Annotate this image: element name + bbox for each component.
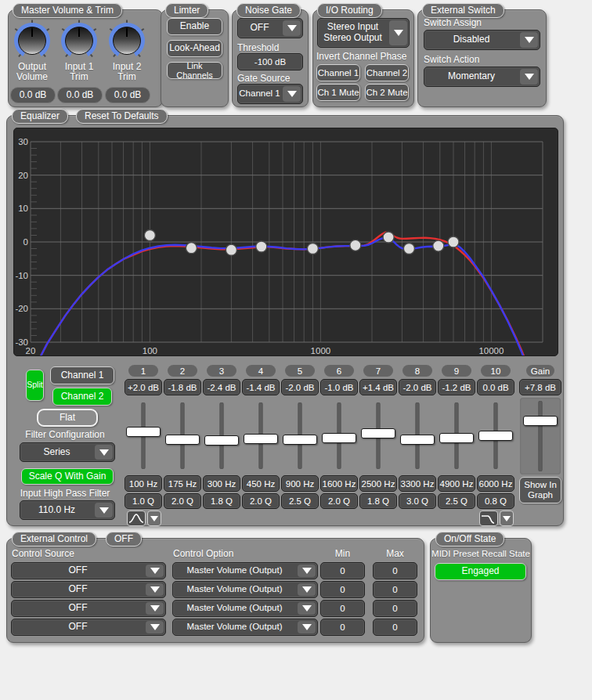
invert-phase-channel1-button[interactable]: Channel 1 [316, 64, 360, 81]
band-gain-value[interactable]: -1.4 dB [242, 379, 280, 395]
limiter-enable-button[interactable]: Enable [167, 18, 222, 35]
control-source-select[interactable]: OFF [11, 600, 166, 617]
band-gain-value[interactable]: -2.0 dB [281, 379, 319, 395]
control-source-select[interactable]: OFF [11, 581, 166, 598]
band-gain-value[interactable]: +2.0 dB [125, 379, 162, 395]
band-filter-shape-select[interactable] [127, 511, 161, 526]
slider-handle[interactable] [244, 434, 278, 444]
band-frequency[interactable]: 900 Hz [281, 475, 319, 492]
ch1-mute-button[interactable]: Ch 1 Mute [316, 84, 360, 101]
invert-phase-channel2-button[interactable]: Channel 2 [365, 64, 409, 81]
output-volume-value[interactable]: 0.0 dB [10, 87, 56, 103]
input-hpf-select[interactable]: 110.0 Hz [20, 500, 115, 520]
slider-handle[interactable] [126, 427, 161, 437]
band-gain-slider[interactable] [438, 399, 475, 472]
slider-handle[interactable] [283, 435, 317, 445]
min-value-input[interactable]: 0 [320, 581, 365, 598]
band-q[interactable]: 2.0 Q [242, 493, 280, 509]
max-value-input[interactable]: 0 [373, 562, 417, 579]
noise-gate-mode-select[interactable]: OFF [237, 18, 303, 38]
slider-handle[interactable] [361, 428, 395, 438]
band-gain-value[interactable]: -1.2 dB [438, 379, 475, 395]
band-gain-slider[interactable] [125, 399, 162, 472]
band-q[interactable]: 1.8 Q [359, 493, 397, 509]
slider-handle[interactable] [322, 433, 356, 443]
band-gain-slider[interactable] [242, 399, 280, 472]
control-option-select[interactable]: Master Volume (Output) [172, 562, 318, 579]
band-gain-value[interactable]: -2.0 dB [399, 379, 436, 395]
flat-button[interactable]: Flat [37, 409, 98, 427]
band-frequency[interactable]: 2500 Hz [359, 475, 397, 492]
band-frequency[interactable]: 3300 Hz [399, 475, 436, 492]
reset-to-defaults-button[interactable]: Reset To Defaults [76, 109, 168, 124]
io-routing-select[interactable]: Stereo Input Stereo Output [317, 18, 410, 48]
band-gain-value[interactable]: 0.0 dB [477, 379, 514, 395]
eq-graph-panel[interactable]: 3020100-10-20-3020100100010000 [13, 128, 558, 356]
band-gain-value[interactable]: +1.4 dB [359, 379, 397, 395]
band-gain-value[interactable]: -1.8 dB [164, 379, 201, 395]
band-gain-slider[interactable] [281, 399, 319, 472]
slider-handle[interactable] [478, 431, 513, 441]
band-gain-slider[interactable] [359, 399, 397, 472]
chevron-down-icon[interactable] [500, 511, 514, 526]
input2-trim-value[interactable]: 0.0 dB [105, 87, 150, 103]
control-option-select[interactable]: Master Volume (Output) [172, 581, 318, 598]
control-source-select[interactable]: OFF [11, 562, 166, 579]
band-gain-slider[interactable] [477, 399, 514, 472]
band-gain-slider[interactable] [164, 399, 201, 472]
band-q[interactable]: 1.8 Q [203, 493, 240, 509]
band-frequency[interactable]: 450 Hz [242, 475, 280, 492]
band-q[interactable]: 2.5 Q [438, 493, 475, 509]
band-frequency[interactable]: 6000 Hz [477, 475, 514, 492]
slider-handle[interactable] [439, 433, 474, 443]
gain-slider-handle[interactable] [523, 416, 558, 426]
band-gain-value[interactable]: -2.4 dB [203, 379, 240, 395]
ch2-mute-button[interactable]: Ch 2 Mute [365, 84, 409, 101]
band-frequency[interactable]: 300 Hz [203, 475, 240, 492]
min-value-input[interactable]: 0 [320, 562, 365, 579]
gain-value[interactable]: +7.8 dB [519, 379, 561, 395]
slider-handle[interactable] [400, 435, 435, 445]
band-frequency[interactable]: 100 Hz [125, 475, 162, 492]
control-option-select[interactable]: Master Volume (Output) [172, 600, 318, 617]
input2-trim-knob[interactable] [107, 21, 146, 60]
max-value-input[interactable]: 0 [373, 600, 417, 617]
limiter-look-ahead-button[interactable]: Look-Ahead [167, 40, 222, 57]
control-source-select[interactable]: OFF [11, 619, 166, 636]
band-q[interactable]: 0.8 Q [477, 493, 514, 509]
eq-channel1-button[interactable]: Channel 1 [50, 366, 114, 384]
gate-source-select[interactable]: Channel 1 [237, 84, 303, 104]
show-in-graph-button[interactable]: Show In Graph [519, 477, 561, 503]
switch-assign-select[interactable]: Disabled [424, 30, 540, 50]
gain-slider[interactable] [520, 398, 561, 474]
band-filter-shape-select[interactable] [479, 511, 514, 526]
control-option-select[interactable]: Master Volume (Output) [172, 619, 318, 636]
band-q[interactable]: 2.5 Q [281, 493, 319, 509]
output-volume-knob[interactable] [13, 21, 52, 60]
input1-trim-knob[interactable] [60, 21, 99, 60]
band-gain-value[interactable]: -1.0 dB [320, 379, 358, 395]
max-value-input[interactable]: 0 [373, 581, 417, 598]
scale-q-with-gain-button[interactable]: Scale Q With Gain [21, 468, 114, 485]
split-button[interactable]: Split [26, 370, 44, 401]
band-gain-slider[interactable] [399, 399, 436, 472]
input1-trim-value[interactable]: 0.0 dB [57, 87, 103, 103]
band-q[interactable]: 2.0 Q [164, 493, 201, 509]
midi-engaged-button[interactable]: Engaged [435, 563, 526, 580]
limiter-link-channels-button[interactable]: Link Channels [167, 62, 222, 79]
filter-configuration-select[interactable]: Series [20, 442, 115, 462]
band-frequency[interactable]: 175 Hz [164, 475, 201, 492]
slider-handle[interactable] [165, 435, 200, 445]
min-value-input[interactable]: 0 [320, 600, 365, 617]
band-frequency[interactable]: 4900 Hz [438, 475, 475, 492]
band-q[interactable]: 3.0 Q [399, 493, 436, 509]
band-frequency[interactable]: 1600 Hz [320, 475, 358, 492]
max-value-input[interactable]: 0 [373, 619, 417, 636]
band-q[interactable]: 1.0 Q [125, 493, 162, 509]
threshold-input[interactable]: -100 dB [237, 53, 303, 70]
slider-handle[interactable] [204, 435, 239, 446]
band-gain-slider[interactable] [203, 399, 240, 472]
switch-action-select[interactable]: Momentary [424, 67, 540, 87]
min-value-input[interactable]: 0 [320, 619, 365, 636]
eq-channel2-button[interactable]: Channel 2 [52, 388, 112, 406]
